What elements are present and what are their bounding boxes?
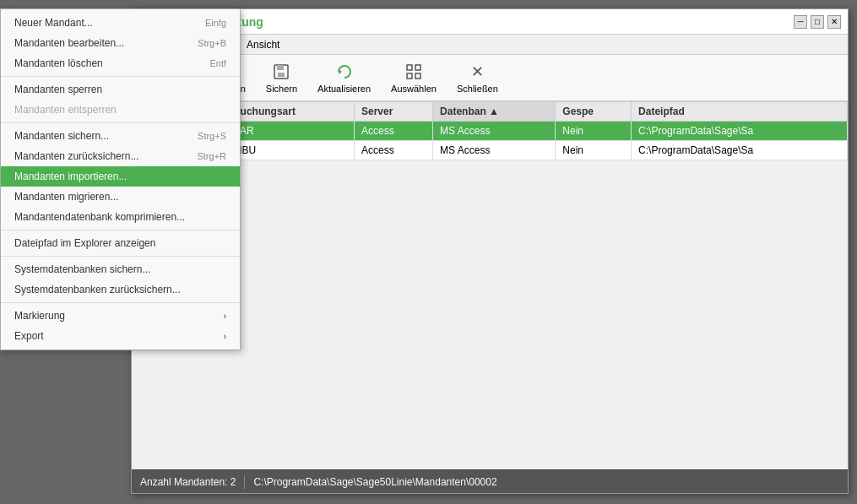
ctx-mandanten-sperren[interactable]: Mandanten sperren <box>1 79 240 100</box>
cell-dateipfad: C:\ProgramData\Sage\Sa <box>632 122 848 141</box>
minimize-button[interactable]: ─ <box>794 15 807 29</box>
ctx-mandanten-sichern[interactable]: Mandanten sichern... Strg+S <box>1 126 240 146</box>
toolbar-schliessen-button[interactable]: ✕ Schließen <box>450 58 505 97</box>
cell-buchungsart: EAR <box>225 122 354 141</box>
cell-server: Access <box>355 141 433 160</box>
ctx-neuer-mandant[interactable]: Neuer Mandant... Einfg <box>1 13 240 33</box>
close-button[interactable]: ✕ <box>827 15 841 29</box>
col-datenbank: Datenban ▲ <box>433 102 556 122</box>
refresh-icon <box>334 62 355 82</box>
col-buchungsart: Buchungsart <box>225 102 354 122</box>
ctx-systemdatenbanken-zuruecksichern[interactable]: Systemdatenbanken zurücksichern... <box>1 279 240 300</box>
ctx-separator-3 <box>1 230 240 230</box>
svg-marker-10 <box>339 69 342 74</box>
ctx-systemdatenbanken-sichern[interactable]: Systemdatenbanken sichern... <box>1 259 240 279</box>
svg-rect-14 <box>415 73 420 79</box>
col-gesperrt: Gespe <box>556 102 632 122</box>
cell-server: Access <box>355 122 433 141</box>
ctx-separator-2 <box>1 122 240 123</box>
ctx-separator-1 <box>1 76 240 77</box>
ctx-separator-5 <box>1 302 240 303</box>
toolbar-sichern-button[interactable]: Sichern <box>259 58 304 97</box>
maximize-button[interactable]: □ <box>811 15 824 29</box>
svg-rect-9 <box>278 73 285 77</box>
cell-buchungsart: FIBU <box>225 141 354 160</box>
col-server: Server <box>355 102 433 122</box>
ctx-mandanten-entsperren: Mandanten entsperren <box>1 100 240 120</box>
select-icon <box>404 62 424 82</box>
ctx-mandanten-zuruecksichern[interactable]: Mandanten zurücksichern... Strg+R <box>1 146 240 166</box>
ctx-separator-4 <box>1 256 240 257</box>
svg-rect-12 <box>415 65 420 70</box>
menu-ansicht[interactable]: Ansicht <box>238 35 288 54</box>
cell-dateipfad: C:\ProgramData\Sage\Sa <box>632 141 848 160</box>
context-menu: Neuer Mandant... Einfg Mandanten bearbei… <box>0 8 241 350</box>
ctx-markierung[interactable]: Markierung › <box>1 306 240 326</box>
cell-gesperrt: Nein <box>556 141 632 160</box>
ctx-dateipfad-explorer[interactable]: Dateipfad im Explorer anzeigen <box>1 233 240 253</box>
toolbar-aktualisieren-button[interactable]: Aktualisieren <box>311 58 377 97</box>
cell-datenbank: MS Access <box>433 141 556 160</box>
cell-gesperrt: Nein <box>556 122 632 141</box>
ctx-mandanten-bearbeiten[interactable]: Mandanten bearbeiten... Strg+B <box>1 33 240 53</box>
close-toolbar-icon: ✕ <box>467 62 487 82</box>
col-dateipfad: Dateipfad <box>632 102 848 122</box>
svg-rect-8 <box>277 65 284 70</box>
status-path: C:\ProgramData\Sage\Sage50Linie\Mandante… <box>253 476 496 488</box>
ctx-mandantendatenbank-komprimieren[interactable]: Mandantendatenbank komprimieren... <box>1 207 240 227</box>
status-separator <box>244 475 245 489</box>
window-controls: ─ □ ✕ <box>794 15 841 29</box>
svg-rect-11 <box>407 65 412 70</box>
ctx-mandanten-loeschen[interactable]: Mandanten löschen Entf <box>1 53 240 73</box>
svg-rect-13 <box>407 73 412 79</box>
toolbar-auswaehlen-button[interactable]: Auswählen <box>384 58 443 97</box>
ctx-export[interactable]: Export › <box>1 326 240 346</box>
status-count: Anzahl Mandanten: 2 <box>140 476 236 488</box>
status-bar: Anzahl Mandanten: 2 C:\ProgramData\Sage\… <box>132 469 848 493</box>
save-icon <box>271 62 291 82</box>
cell-datenbank: MS Access <box>433 122 556 141</box>
ctx-mandanten-importieren[interactable]: Mandanten importieren... <box>1 166 240 187</box>
ctx-mandanten-migrieren[interactable]: Mandanten migrieren... <box>1 187 240 207</box>
